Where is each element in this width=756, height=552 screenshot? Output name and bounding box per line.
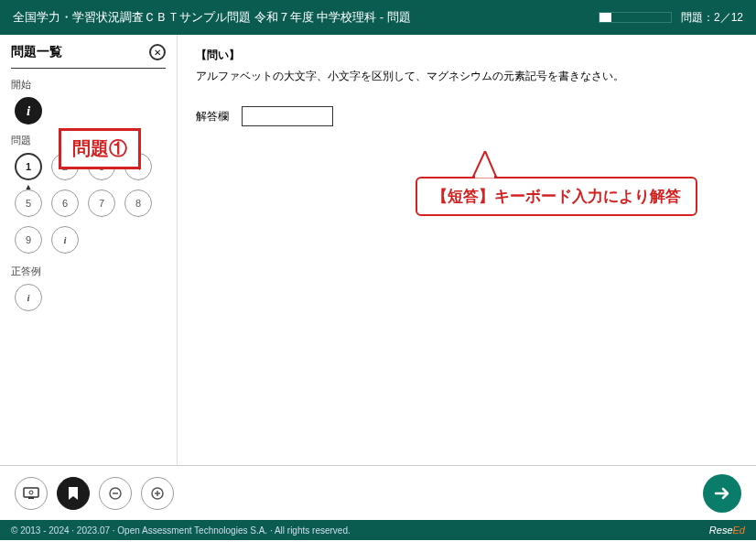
callout-text: 【短答】キーボード入力により解答 [416,177,697,216]
question-nav-1[interactable]: 1 [15,153,42,180]
answer-label: 解答欄 [196,109,229,124]
answer-input[interactable] [242,106,333,126]
svg-marker-0 [473,151,496,177]
section-answers-label: 正答例 [11,265,166,278]
question-content: 【問い】 アルファベットの大文字、小文字を区別して、マグネシウムの元素記号を書き… [178,35,756,465]
zoom-out-icon[interactable] [99,477,132,510]
question-nav-info[interactable]: i [51,226,79,254]
progress-bar [599,12,672,23]
zoom-in-icon[interactable] [141,477,174,510]
callout-tail-icon [469,151,505,179]
answers-info-button[interactable]: i [15,284,42,311]
progress-label: 問題：2／12 [681,10,743,26]
page-title: 全国学力・学習状況調査ＣＢＴサンプル問題 令和７年度 中学校理科 - 問題 [13,9,599,26]
bottom-toolbar [0,465,756,520]
brand-logo: ReseEd [709,525,745,536]
callout-annotation: 【短答】キーボード入力により解答 [416,177,697,216]
question-nav-8[interactable]: 8 [124,189,152,217]
annotation-question-1: 問題① [59,128,141,169]
app-header: 全国学力・学習状況調査ＣＢＴサンプル問題 令和７年度 中学校理科 - 問題 問題… [0,0,756,35]
next-button[interactable] [703,474,741,513]
review-icon[interactable] [15,477,48,510]
svg-rect-3 [28,497,34,499]
question-nav-9[interactable]: 9 [15,226,42,254]
bookmark-icon[interactable] [57,477,90,510]
svg-point-4 [29,491,33,494]
section-start-label: 開始 [11,78,166,92]
sidebar-title: 問題一覧 [11,44,62,60]
close-icon[interactable]: ✕ [149,44,166,60]
question-text: アルファベットの大文字、小文字を区別して、マグネシウムの元素記号を書きなさい。 [196,69,738,84]
start-info-button[interactable]: i [15,97,42,124]
footer: © 2013 - 2024 · 2023.07 · Open Assessmen… [0,520,756,540]
question-heading: 【問い】 [196,48,738,63]
copyright-text: © 2013 - 2024 · 2023.07 · Open Assessmen… [11,525,351,536]
sidebar: 問題一覧 ✕ 開始 i 問題 1 2 3 4 5 6 7 8 9 i 正答例 i… [0,35,178,465]
svg-rect-2 [24,488,38,497]
question-nav-6[interactable]: 6 [51,189,79,217]
arrow-right-icon [712,483,732,503]
question-nav-5[interactable]: 5 [15,189,42,217]
question-nav-7[interactable]: 7 [88,189,115,217]
